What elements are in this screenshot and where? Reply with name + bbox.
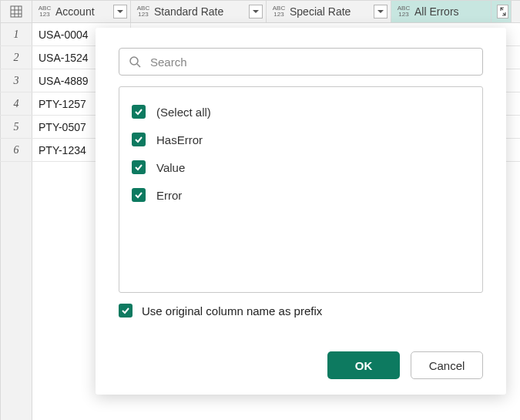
check-icon xyxy=(121,306,130,315)
checkbox-checked-icon[interactable] xyxy=(132,160,146,174)
search-field[interactable] xyxy=(119,48,483,76)
svg-point-5 xyxy=(130,57,138,65)
ok-button[interactable]: OK xyxy=(327,351,400,379)
expand-column-popup: (Select all) HasError Value Error Use or… xyxy=(96,28,506,395)
search-icon xyxy=(129,55,141,68)
expand-icon xyxy=(498,7,508,16)
column-header-all-errors[interactable]: ABC123 All Errors xyxy=(391,1,491,22)
option-error[interactable]: Error xyxy=(132,181,470,209)
dialog-buttons: OK Cancel xyxy=(119,338,483,379)
expand-icon-button[interactable] xyxy=(497,5,508,18)
check-icon xyxy=(134,190,143,200)
checkbox-checked-icon[interactable] xyxy=(132,133,146,146)
column-name: Account xyxy=(55,5,110,18)
row-number[interactable]: 4 xyxy=(0,92,32,115)
check-icon xyxy=(134,163,143,172)
option-select-all[interactable]: (Select all) xyxy=(132,98,470,126)
column-header-standard-rate[interactable]: ABC123 Standard Rate xyxy=(131,1,267,22)
svg-rect-0 xyxy=(11,6,22,17)
checkbox-checked-icon[interactable] xyxy=(132,105,146,119)
row-number[interactable]: 2 xyxy=(0,46,32,69)
check-icon xyxy=(134,107,143,116)
option-label: (Select all) xyxy=(156,106,211,119)
svg-line-6 xyxy=(137,64,140,67)
column-filter-button[interactable] xyxy=(249,5,263,18)
select-all-corner[interactable] xyxy=(0,1,32,22)
option-label: Value xyxy=(156,161,185,174)
row-number[interactable]: 5 xyxy=(0,116,32,138)
type-any-icon: ABC123 xyxy=(271,5,287,18)
type-any-icon: ABC123 xyxy=(396,5,411,18)
column-name: Standard Rate xyxy=(154,5,246,18)
row-number[interactable]: 3 xyxy=(0,69,32,92)
column-filter-button[interactable] xyxy=(113,5,127,18)
checkbox-checked-icon[interactable] xyxy=(119,304,133,318)
type-any-icon: ABC123 xyxy=(136,5,151,18)
option-value[interactable]: Value xyxy=(132,153,470,181)
cancel-button[interactable]: Cancel xyxy=(411,351,483,379)
column-header-row: ABC123 Account ABC123 Standard Rate ABC1… xyxy=(0,0,520,23)
column-header-account[interactable]: ABC123 Account xyxy=(32,1,131,22)
chevron-down-icon xyxy=(377,8,384,15)
column-name: Special Rate xyxy=(290,5,371,18)
option-haserror[interactable]: HasError xyxy=(132,126,470,153)
type-any-icon: ABC123 xyxy=(37,5,52,18)
column-options-list: (Select all) HasError Value Error xyxy=(119,86,483,293)
search-input[interactable] xyxy=(149,55,473,69)
table-icon xyxy=(10,5,22,18)
column-filter-button[interactable] xyxy=(374,5,387,18)
check-icon xyxy=(134,135,143,144)
column-header-special-rate[interactable]: ABC123 Special Rate xyxy=(267,1,391,22)
use-prefix-option[interactable]: Use original column name as prefix xyxy=(119,304,483,318)
row-number[interactable]: 1 xyxy=(0,23,32,45)
column-name: All Errors xyxy=(414,5,488,18)
chevron-down-icon xyxy=(117,8,123,15)
use-prefix-label: Use original column name as prefix xyxy=(142,304,322,318)
column-expand-button[interactable] xyxy=(491,1,512,22)
row-number[interactable]: 6 xyxy=(0,139,32,161)
option-label: HasError xyxy=(156,133,203,146)
chevron-down-icon xyxy=(253,8,259,15)
checkbox-checked-icon[interactable] xyxy=(132,188,146,202)
option-label: Error xyxy=(156,189,182,202)
